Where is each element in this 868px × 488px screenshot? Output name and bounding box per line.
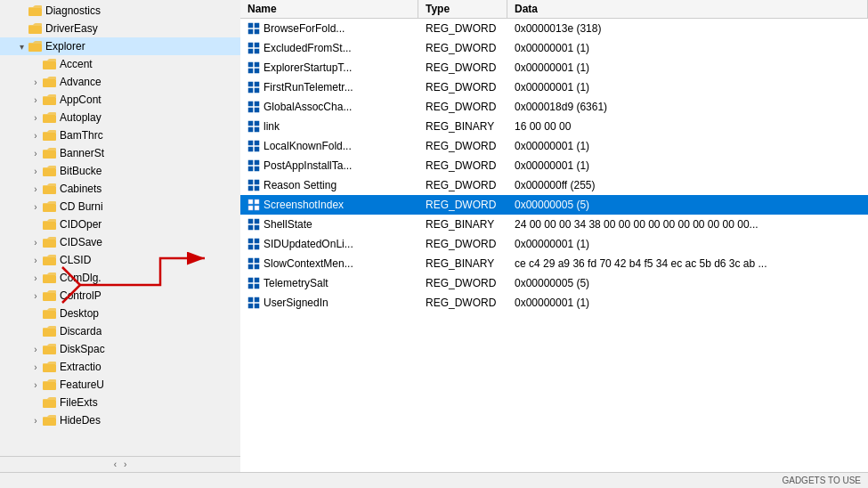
tree-expand-arrow[interactable] [28, 362, 43, 372]
col-header-data: Data [507, 0, 868, 18]
value-row[interactable]: UserSignedIn REG_DWORD 0x00000001 (1) [240, 293, 868, 313]
tree-panel: Diagnostics DriverEasy Explorer Accent A… [0, 0, 240, 456]
tree-item-label: Autoplay [60, 111, 101, 124]
tree-expand-arrow[interactable] [14, 42, 28, 52]
tree-item-label: ComDlg. [60, 272, 101, 284]
tree-expand-arrow[interactable] [28, 238, 43, 248]
svg-rect-8 [43, 133, 56, 141]
registry-icon [247, 159, 260, 172]
svg-rect-76 [255, 264, 259, 269]
tree-expand-arrow[interactable] [28, 345, 43, 354]
value-row[interactable]: PostAppInstallTa... REG_DWORD 0x00000001… [240, 156, 868, 175]
value-name: ScreenshotIndex [240, 197, 418, 213]
tree-item-label: HideDes [60, 414, 101, 427]
folder-icon [43, 58, 57, 70]
value-row[interactable]: link REG_BINARY 16 00 00 00 [240, 117, 868, 136]
svg-rect-46 [255, 121, 259, 126]
svg-rect-68 [255, 225, 259, 230]
value-row[interactable]: ExplorerStartupT... REG_DWORD 0x00000001… [240, 58, 868, 77]
folder-icon [43, 76, 57, 88]
tree-expand-arrow[interactable] [28, 184, 43, 194]
tree-expand-arrow[interactable] [28, 202, 43, 212]
tree-expand-arrow[interactable] [28, 95, 43, 105]
tree-item-explorer[interactable]: Explorer [0, 37, 240, 55]
value-row[interactable]: BrowseForFold... REG_DWORD 0x0000013e (3… [240, 19, 868, 38]
value-name: GlobalAssocCha... [240, 99, 418, 115]
value-type: REG_BINARY [418, 118, 507, 134]
value-row[interactable]: ShellState REG_BINARY 24 00 00 00 34 38 … [240, 215, 868, 234]
folder-icon [43, 396, 57, 409]
tree-item-fileexts[interactable]: FileExts [0, 394, 240, 411]
value-row[interactable]: TelemetrySalt REG_DWORD 0x00000005 (5) [240, 273, 868, 293]
tree-item-label: FeatureU [60, 378, 104, 391]
tree-item-hidedes[interactable]: HideDes [0, 411, 240, 429]
tree-item-controlp[interactable]: ControlP [0, 287, 240, 305]
tree-expand-arrow[interactable] [28, 149, 43, 159]
tree-item-diagnostics[interactable]: Diagnostics [0, 2, 240, 20]
svg-rect-62 [255, 199, 259, 204]
tree-item-extractio[interactable]: Extractio [0, 358, 240, 376]
tree-expand-arrow[interactable] [28, 416, 43, 426]
value-row[interactable]: ExcludedFromSt... REG_DWORD 0x00000001 (… [240, 38, 868, 58]
value-row[interactable]: ScreenshotIndex REG_DWORD 0x00000005 (5) [240, 195, 868, 215]
tree-expand-arrow[interactable] [28, 77, 43, 87]
svg-rect-20 [43, 346, 56, 354]
registry-icon [247, 42, 260, 54]
value-row[interactable]: Reason Setting REG_DWORD 0x000000ff (255… [240, 175, 868, 195]
scroll-left-arrow[interactable]: ‹ [110, 460, 120, 469]
tree-item-bitbucke[interactable]: BitBucke [0, 162, 240, 180]
tree-item-diskspac[interactable]: DiskSpac [0, 340, 240, 358]
tree-item-appcont[interactable]: AppCont [0, 91, 240, 109]
svg-rect-35 [248, 69, 253, 73]
tree-item-clsid[interactable]: CLSID [0, 251, 240, 269]
value-type: REG_DWORD [418, 197, 507, 213]
value-type: REG_DWORD [418, 79, 507, 95]
svg-rect-40 [255, 88, 259, 93]
value-row[interactable]: FirstRunTelemetr... REG_DWORD 0x00000001… [240, 77, 868, 97]
tree-item-desktop[interactable]: Desktop [0, 305, 240, 322]
folder-icon [28, 22, 43, 35]
folder-icon [43, 111, 57, 124]
svg-rect-77 [248, 278, 253, 282]
value-row[interactable]: LocalKnownFold... REG_DWORD 0x00000001 (… [240, 136, 868, 156]
tree-item-cidoper[interactable]: CIDOper [0, 216, 240, 233]
tree-expand-arrow[interactable] [28, 131, 43, 141]
tree-item-advance[interactable]: Advance [0, 73, 240, 91]
tree-item-featureu[interactable]: FeatureU [0, 376, 240, 394]
tree-item-cabinets[interactable]: Cabinets [0, 180, 240, 198]
svg-rect-30 [255, 43, 259, 47]
tree-expand-arrow[interactable] [28, 167, 43, 176]
svg-rect-27 [248, 29, 253, 34]
tree-expand-arrow[interactable] [28, 291, 43, 301]
value-row[interactable]: SIDUpdatedOnLi... REG_DWORD 0x00000001 (… [240, 234, 868, 254]
registry-icon [247, 297, 260, 309]
tree-item-comdlg[interactable]: ComDlg. [0, 269, 240, 287]
tree-item-cidsave[interactable]: CIDSave [0, 233, 240, 251]
tree-item-cd-burni[interactable]: CD Burni [0, 198, 240, 216]
tree-item-bamthrc[interactable]: BamThrc [0, 126, 240, 144]
svg-rect-61 [248, 199, 253, 204]
values-scroll[interactable]: BrowseForFold... REG_DWORD 0x0000013e (3… [240, 19, 868, 472]
tree-expand-arrow[interactable] [28, 273, 43, 283]
svg-rect-39 [248, 88, 253, 93]
tree-item-bannerst[interactable]: BannerSt [0, 144, 240, 162]
horizontal-scrollbar[interactable]: ‹ › [0, 456, 240, 472]
value-row[interactable]: SlowContextMen... REG_BINARY ce c4 29 a9… [240, 254, 868, 273]
svg-rect-12 [43, 204, 56, 212]
svg-rect-43 [248, 108, 253, 112]
tree-item-drivereasy[interactable]: DriverEasy [0, 20, 240, 37]
tree-item-autoplay[interactable]: Autoplay [0, 109, 240, 126]
tree-item-accent[interactable]: Accent [0, 55, 240, 73]
svg-rect-83 [248, 304, 253, 308]
value-type: REG_DWORD [418, 275, 507, 291]
tree-expand-arrow[interactable] [28, 256, 43, 265]
registry-icon [247, 61, 260, 74]
svg-rect-22 [43, 382, 56, 390]
svg-rect-48 [255, 127, 259, 132]
tree-expand-arrow[interactable] [28, 380, 43, 390]
tree-item-discarda[interactable]: Discarda [0, 322, 240, 340]
scroll-right-arrow[interactable]: › [120, 460, 130, 469]
tree-expand-arrow[interactable] [28, 113, 43, 123]
value-row[interactable]: GlobalAssocCha... REG_DWORD 0x000018d9 (… [240, 97, 868, 117]
svg-rect-60 [255, 186, 259, 191]
